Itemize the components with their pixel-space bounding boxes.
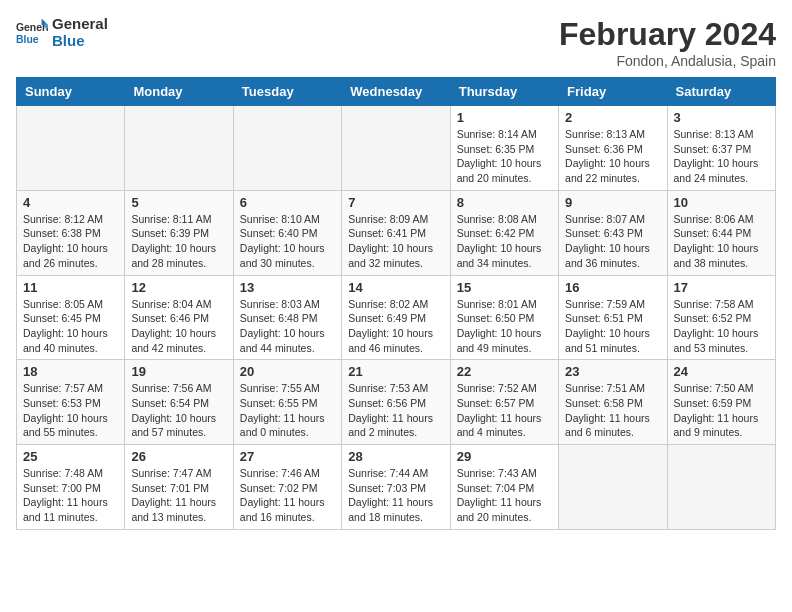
day-number: 21 xyxy=(348,364,443,379)
day-number: 8 xyxy=(457,195,552,210)
day-info: Sunrise: 8:07 AM Sunset: 6:43 PM Dayligh… xyxy=(565,212,660,271)
calendar-cell: 9Sunrise: 8:07 AM Sunset: 6:43 PM Daylig… xyxy=(559,190,667,275)
day-number: 26 xyxy=(131,449,226,464)
calendar-cell: 11Sunrise: 8:05 AM Sunset: 6:45 PM Dayli… xyxy=(17,275,125,360)
day-info: Sunrise: 7:53 AM Sunset: 6:56 PM Dayligh… xyxy=(348,381,443,440)
calendar-weekday-sunday: Sunday xyxy=(17,78,125,106)
day-number: 6 xyxy=(240,195,335,210)
calendar-cell: 3Sunrise: 8:13 AM Sunset: 6:37 PM Daylig… xyxy=(667,106,775,191)
calendar-cell xyxy=(667,445,775,530)
day-info: Sunrise: 8:13 AM Sunset: 6:37 PM Dayligh… xyxy=(674,127,769,186)
calendar-header-row: SundayMondayTuesdayWednesdayThursdayFrid… xyxy=(17,78,776,106)
day-info: Sunrise: 8:10 AM Sunset: 6:40 PM Dayligh… xyxy=(240,212,335,271)
day-number: 28 xyxy=(348,449,443,464)
day-info: Sunrise: 7:57 AM Sunset: 6:53 PM Dayligh… xyxy=(23,381,118,440)
day-info: Sunrise: 8:08 AM Sunset: 6:42 PM Dayligh… xyxy=(457,212,552,271)
day-info: Sunrise: 8:06 AM Sunset: 6:44 PM Dayligh… xyxy=(674,212,769,271)
calendar-cell xyxy=(559,445,667,530)
day-info: Sunrise: 8:01 AM Sunset: 6:50 PM Dayligh… xyxy=(457,297,552,356)
calendar-cell: 26Sunrise: 7:47 AM Sunset: 7:01 PM Dayli… xyxy=(125,445,233,530)
day-info: Sunrise: 8:09 AM Sunset: 6:41 PM Dayligh… xyxy=(348,212,443,271)
day-number: 3 xyxy=(674,110,769,125)
day-number: 17 xyxy=(674,280,769,295)
calendar-cell: 1Sunrise: 8:14 AM Sunset: 6:35 PM Daylig… xyxy=(450,106,558,191)
day-info: Sunrise: 7:43 AM Sunset: 7:04 PM Dayligh… xyxy=(457,466,552,525)
day-info: Sunrise: 7:56 AM Sunset: 6:54 PM Dayligh… xyxy=(131,381,226,440)
calendar-cell: 13Sunrise: 8:03 AM Sunset: 6:48 PM Dayli… xyxy=(233,275,341,360)
day-info: Sunrise: 7:48 AM Sunset: 7:00 PM Dayligh… xyxy=(23,466,118,525)
page-header: General Blue General Blue February 2024 … xyxy=(16,16,776,69)
calendar-cell: 25Sunrise: 7:48 AM Sunset: 7:00 PM Dayli… xyxy=(17,445,125,530)
day-number: 19 xyxy=(131,364,226,379)
page-subtitle: Fondon, Andalusia, Spain xyxy=(559,53,776,69)
day-info: Sunrise: 8:12 AM Sunset: 6:38 PM Dayligh… xyxy=(23,212,118,271)
calendar-weekday-tuesday: Tuesday xyxy=(233,78,341,106)
calendar-cell: 5Sunrise: 8:11 AM Sunset: 6:39 PM Daylig… xyxy=(125,190,233,275)
title-area: February 2024 Fondon, Andalusia, Spain xyxy=(559,16,776,69)
svg-text:Blue: Blue xyxy=(16,33,39,44)
day-number: 9 xyxy=(565,195,660,210)
day-info: Sunrise: 7:52 AM Sunset: 6:57 PM Dayligh… xyxy=(457,381,552,440)
calendar-week-3: 11Sunrise: 8:05 AM Sunset: 6:45 PM Dayli… xyxy=(17,275,776,360)
day-info: Sunrise: 8:02 AM Sunset: 6:49 PM Dayligh… xyxy=(348,297,443,356)
day-number: 16 xyxy=(565,280,660,295)
day-number: 15 xyxy=(457,280,552,295)
day-number: 23 xyxy=(565,364,660,379)
calendar-weekday-monday: Monday xyxy=(125,78,233,106)
calendar-cell: 18Sunrise: 7:57 AM Sunset: 6:53 PM Dayli… xyxy=(17,360,125,445)
calendar-cell: 29Sunrise: 7:43 AM Sunset: 7:04 PM Dayli… xyxy=(450,445,558,530)
calendar-cell: 16Sunrise: 7:59 AM Sunset: 6:51 PM Dayli… xyxy=(559,275,667,360)
day-number: 14 xyxy=(348,280,443,295)
logo-general: General xyxy=(52,16,108,33)
calendar-cell xyxy=(125,106,233,191)
day-number: 12 xyxy=(131,280,226,295)
calendar-week-5: 25Sunrise: 7:48 AM Sunset: 7:00 PM Dayli… xyxy=(17,445,776,530)
day-info: Sunrise: 8:14 AM Sunset: 6:35 PM Dayligh… xyxy=(457,127,552,186)
calendar-cell xyxy=(233,106,341,191)
calendar-cell: 2Sunrise: 8:13 AM Sunset: 6:36 PM Daylig… xyxy=(559,106,667,191)
logo-blue: Blue xyxy=(52,33,108,50)
calendar-week-1: 1Sunrise: 8:14 AM Sunset: 6:35 PM Daylig… xyxy=(17,106,776,191)
day-number: 29 xyxy=(457,449,552,464)
calendar-cell: 14Sunrise: 8:02 AM Sunset: 6:49 PM Dayli… xyxy=(342,275,450,360)
calendar-cell: 6Sunrise: 8:10 AM Sunset: 6:40 PM Daylig… xyxy=(233,190,341,275)
day-number: 2 xyxy=(565,110,660,125)
day-info: Sunrise: 8:13 AM Sunset: 6:36 PM Dayligh… xyxy=(565,127,660,186)
day-info: Sunrise: 7:50 AM Sunset: 6:59 PM Dayligh… xyxy=(674,381,769,440)
calendar-cell: 7Sunrise: 8:09 AM Sunset: 6:41 PM Daylig… xyxy=(342,190,450,275)
day-info: Sunrise: 7:58 AM Sunset: 6:52 PM Dayligh… xyxy=(674,297,769,356)
calendar-cell: 17Sunrise: 7:58 AM Sunset: 6:52 PM Dayli… xyxy=(667,275,775,360)
day-info: Sunrise: 7:51 AM Sunset: 6:58 PM Dayligh… xyxy=(565,381,660,440)
calendar-weekday-thursday: Thursday xyxy=(450,78,558,106)
logo: General Blue General Blue xyxy=(16,16,108,49)
day-number: 5 xyxy=(131,195,226,210)
day-info: Sunrise: 8:04 AM Sunset: 6:46 PM Dayligh… xyxy=(131,297,226,356)
calendar-cell xyxy=(342,106,450,191)
day-info: Sunrise: 7:55 AM Sunset: 6:55 PM Dayligh… xyxy=(240,381,335,440)
calendar-cell: 27Sunrise: 7:46 AM Sunset: 7:02 PM Dayli… xyxy=(233,445,341,530)
day-number: 25 xyxy=(23,449,118,464)
calendar-cell: 23Sunrise: 7:51 AM Sunset: 6:58 PM Dayli… xyxy=(559,360,667,445)
calendar-cell: 21Sunrise: 7:53 AM Sunset: 6:56 PM Dayli… xyxy=(342,360,450,445)
day-number: 24 xyxy=(674,364,769,379)
day-number: 27 xyxy=(240,449,335,464)
calendar-cell: 10Sunrise: 8:06 AM Sunset: 6:44 PM Dayli… xyxy=(667,190,775,275)
calendar-cell: 28Sunrise: 7:44 AM Sunset: 7:03 PM Dayli… xyxy=(342,445,450,530)
day-number: 13 xyxy=(240,280,335,295)
calendar-cell xyxy=(17,106,125,191)
day-number: 4 xyxy=(23,195,118,210)
calendar-cell: 4Sunrise: 8:12 AM Sunset: 6:38 PM Daylig… xyxy=(17,190,125,275)
calendar-week-2: 4Sunrise: 8:12 AM Sunset: 6:38 PM Daylig… xyxy=(17,190,776,275)
page-title: February 2024 xyxy=(559,16,776,53)
day-info: Sunrise: 7:59 AM Sunset: 6:51 PM Dayligh… xyxy=(565,297,660,356)
calendar-cell: 12Sunrise: 8:04 AM Sunset: 6:46 PM Dayli… xyxy=(125,275,233,360)
calendar-weekday-friday: Friday xyxy=(559,78,667,106)
day-number: 11 xyxy=(23,280,118,295)
calendar-cell: 20Sunrise: 7:55 AM Sunset: 6:55 PM Dayli… xyxy=(233,360,341,445)
calendar-cell: 22Sunrise: 7:52 AM Sunset: 6:57 PM Dayli… xyxy=(450,360,558,445)
day-info: Sunrise: 7:44 AM Sunset: 7:03 PM Dayligh… xyxy=(348,466,443,525)
day-info: Sunrise: 8:03 AM Sunset: 6:48 PM Dayligh… xyxy=(240,297,335,356)
day-info: Sunrise: 8:11 AM Sunset: 6:39 PM Dayligh… xyxy=(131,212,226,271)
day-number: 10 xyxy=(674,195,769,210)
day-number: 18 xyxy=(23,364,118,379)
